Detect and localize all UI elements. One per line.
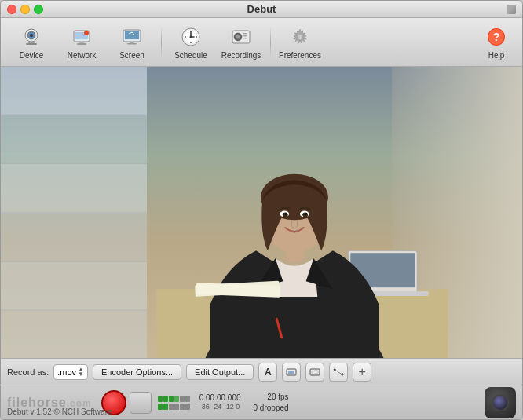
svg-rect-55: [312, 371, 318, 374]
device-icon: [19, 24, 44, 49]
svg-point-31: [298, 35, 302, 39]
fps-display: 20 fps 0 dropped: [254, 392, 289, 414]
format-arrow-icon: ▲ ▼: [78, 367, 84, 377]
expand-button[interactable]: [329, 363, 348, 382]
svg-rect-27: [243, 33, 247, 35]
fps-value: 20 fps: [254, 392, 289, 403]
screen-icon: [119, 24, 144, 49]
svg-point-48: [305, 213, 307, 215]
toolbar-item-device[interactable]: Device: [7, 22, 56, 63]
network-label: Network: [68, 51, 97, 60]
level-seg: [180, 404, 185, 410]
svg-text:!: !: [86, 31, 86, 35]
encoder-options-button[interactable]: Encoder Options...: [93, 364, 181, 380]
level-bar-row-1: [158, 396, 190, 402]
toolbar-item-schedule[interactable]: Schedule: [166, 22, 215, 63]
recordings-icon: [229, 24, 254, 49]
level-seg: [174, 404, 179, 410]
close-button[interactable]: [7, 5, 16, 14]
toolbar-item-preferences[interactable]: Preferences: [276, 22, 324, 63]
svg-rect-7: [79, 42, 84, 43]
text-overlay-button[interactable]: A: [258, 363, 277, 382]
capture-icon: [309, 368, 320, 376]
svg-point-23: [190, 36, 192, 38]
svg-rect-29: [243, 38, 247, 39]
level-seg: [163, 404, 168, 410]
time-value: 0:00:00.000: [199, 393, 241, 403]
window-title: Debut: [247, 3, 276, 15]
svg-line-56: [334, 369, 343, 375]
stop-button[interactable]: [130, 392, 152, 414]
level-bar-row-2: [158, 404, 190, 410]
schedule-icon: [178, 24, 203, 49]
toolbar-item-screen[interactable]: Screen: [108, 22, 156, 63]
window-blinds: [1, 67, 147, 358]
svg-rect-53: [288, 371, 294, 374]
toolbar-item-network[interactable]: ! Network: [57, 22, 106, 63]
audio-levels: [158, 396, 190, 410]
edit-output-button[interactable]: Edit Output...: [186, 364, 254, 380]
toolbar: Device ! Network: [1, 18, 522, 67]
controls-bar: Record as: .mov ▲ ▼ Encoder Options... E…: [1, 358, 522, 385]
help-icon: ?: [484, 24, 509, 49]
schedule-label: Schedule: [174, 51, 207, 60]
svg-rect-8: [77, 43, 86, 45]
svg-rect-14: [127, 43, 137, 45]
svg-text:?: ?: [493, 31, 500, 43]
add-button[interactable]: +: [353, 363, 371, 382]
video-preview: [1, 67, 522, 358]
help-label: Help: [488, 51, 505, 60]
level-seg: [163, 396, 168, 402]
separator-1: [161, 27, 162, 58]
add-icon: +: [359, 366, 366, 378]
display-settings-button[interactable]: [282, 363, 301, 382]
main-window: Debut Device: [0, 0, 523, 420]
separator-2: [270, 27, 271, 58]
resize-handle[interactable]: [507, 5, 516, 14]
svg-point-26: [236, 35, 240, 39]
preferences-label: Preferences: [279, 51, 321, 60]
level-seg: [174, 396, 179, 402]
expand-icon: [333, 368, 344, 376]
level-seg: [169, 396, 174, 402]
video-frame: [1, 67, 522, 358]
traffic-lights: [7, 5, 43, 14]
dropped-value: 0 dropped: [254, 403, 289, 414]
level-seg: [180, 396, 185, 402]
preferences-icon: [287, 24, 313, 49]
db-labels: -36 -24 -12 0: [199, 403, 241, 412]
titlebar: Debut: [1, 1, 522, 18]
format-value: .mov: [57, 367, 76, 377]
level-seg: [185, 404, 190, 410]
svg-rect-4: [26, 43, 37, 45]
time-display: 0:00:00.000 -36 -24 -12 0: [199, 393, 241, 412]
level-seg: [158, 396, 163, 402]
status-bar: filehorse.com 0:00:0: [1, 385, 522, 419]
level-seg: [169, 404, 174, 410]
level-seg: [185, 396, 190, 402]
toolbar-item-help[interactable]: ? Help: [477, 22, 516, 63]
svg-point-2: [30, 34, 33, 37]
maximize-button[interactable]: [34, 5, 43, 14]
svg-point-47: [285, 213, 287, 215]
toolbar-item-recordings[interactable]: Recordings: [217, 22, 265, 63]
device-label: Device: [20, 51, 44, 60]
person-figure: [130, 67, 459, 358]
svg-rect-13: [130, 42, 134, 43]
display-icon: [286, 368, 297, 376]
minimize-button[interactable]: [20, 5, 30, 14]
format-select[interactable]: .mov ▲ ▼: [53, 364, 88, 380]
capture-settings-button[interactable]: [305, 363, 324, 382]
version-text: Debut v 1.52 © NCH Software: [7, 407, 112, 416]
text-overlay-icon: A: [265, 367, 272, 378]
record-as-label: Record as:: [7, 367, 49, 377]
camera-lens-icon: [492, 394, 509, 411]
level-seg: [158, 404, 163, 410]
screen-label: Screen: [119, 51, 144, 60]
svg-rect-3: [28, 42, 35, 43]
svg-rect-28: [243, 35, 247, 37]
camera-thumbnail[interactable]: [485, 387, 516, 418]
recordings-label: Recordings: [221, 51, 262, 60]
network-icon: !: [69, 24, 94, 49]
